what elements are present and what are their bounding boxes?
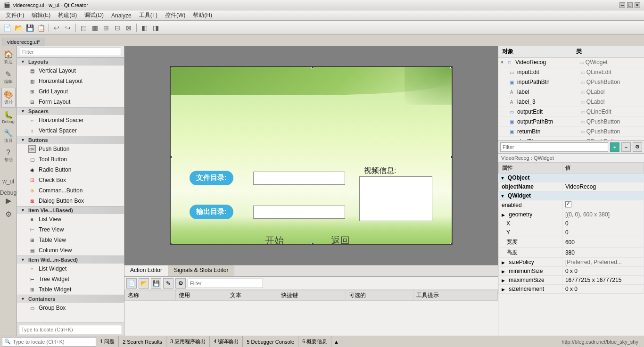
toolbar-undo[interactable]: ↩ [51, 23, 62, 33]
obj-row-returnbtn[interactable]: ▣ returnBtn ▭ QPushButton [498, 127, 644, 137]
expand-sizepolicy-icon[interactable]: ▶ [502, 260, 507, 265]
widget-horizontal-layout[interactable]: ▥ Horizontal Layout [17, 76, 124, 86]
toolbar-align2[interactable]: ◨ [150, 23, 161, 33]
toolbar-open[interactable]: 📂 [13, 23, 24, 33]
props-options-btn[interactable]: ⚙ [633, 142, 642, 152]
obj-row-label[interactable]: A label ▭ QLabel [498, 87, 644, 97]
collapse-layouts-icon[interactable]: ▼ [21, 59, 26, 64]
props-row-enabled[interactable]: enabled [499, 200, 644, 210]
props-filter-input[interactable] [500, 142, 608, 152]
menu-widgets[interactable]: 控件(W) [161, 10, 189, 20]
collapse-qwidget-icon[interactable]: ▼ [501, 194, 506, 198]
widget-check-box[interactable]: ☑ Check Box [17, 175, 124, 185]
menu-help[interactable]: 帮助(H) [189, 10, 216, 20]
props-row-sizeincrement[interactable]: ▶ sizeIncrement 0 x 0 [499, 285, 644, 294]
input-output-path[interactable] [253, 206, 345, 219]
mode-design[interactable]: 🎨 设计 [1, 88, 16, 107]
widget-tree-view[interactable]: ⊢ Tree View [17, 224, 124, 235]
toolbar-layout4[interactable]: ⊟ [112, 23, 123, 33]
menu-debug[interactable]: 调试(D) [81, 10, 107, 20]
obj-row-videorecog[interactable]: ▼ □ VideoRecog ▭ QWidget [498, 58, 644, 67]
props-row-minsize[interactable]: ▶ minimumSize 0 x 0 [499, 267, 644, 276]
widget-dialog-button-box[interactable]: ⊠ Dialog Button Box [17, 196, 124, 206]
toolbar-redo[interactable]: ↪ [63, 23, 73, 33]
collapse-item-widget-icon[interactable]: ▼ [21, 257, 26, 262]
start-button[interactable]: 开始 [265, 234, 284, 245]
mode-welcome[interactable]: 🏠 欢迎 [2, 48, 15, 67]
props-row-sizepolicy[interactable]: ▶ sizePolicy [Preferred, Preferred... [499, 258, 644, 267]
widget-group-box[interactable]: ▭ Group Box [17, 303, 124, 313]
collapse-spacers-icon[interactable]: ▼ [21, 109, 26, 114]
props-row-geometry[interactable]: ▶ geometry [(0, 0), 600 x 380] [499, 210, 644, 219]
locate-input[interactable] [19, 325, 122, 334]
canvas-area[interactable]: 文件目录: 输出目录: 视频信息: 开始 [124, 46, 498, 265]
props-add-btn[interactable]: + [610, 142, 619, 152]
status-search-box[interactable]: 🔍 [2, 337, 96, 347]
widget-table-widget[interactable]: ⊞ Table Widget [17, 284, 124, 295]
widget-column-view[interactable]: ▤ Column View [17, 245, 124, 256]
expand-sizeincrement-icon[interactable]: ▶ [502, 287, 507, 292]
menu-tools[interactable]: 工具(T) [135, 10, 161, 20]
expand-geometry-icon[interactable]: ▶ [502, 213, 507, 217]
mode-run[interactable]: ⚙ [3, 208, 14, 221]
obj-row-outputedit[interactable]: ▭ outputEdit ▭ QLineEdit [498, 107, 644, 117]
form-canvas[interactable]: 文件目录: 输出目录: 视频信息: 开始 [170, 66, 453, 245]
props-row-objectname[interactable]: objectName VideoRecog [499, 182, 644, 191]
status-search-results[interactable]: 2 Search Results [119, 336, 166, 347]
section-containers[interactable]: ▼ Containers [17, 295, 124, 303]
menu-analyze[interactable]: Analyze [107, 11, 135, 20]
action-save-btn[interactable]: 💾 [151, 278, 161, 289]
filter-input[interactable] [20, 48, 121, 56]
action-open-btn[interactable]: 📂 [139, 278, 149, 289]
props-row-y[interactable]: Y 0 [499, 228, 644, 237]
toolbar-align1[interactable]: ◧ [139, 23, 149, 33]
menu-edit[interactable]: 编辑(E) [28, 10, 54, 20]
obj-row-label3[interactable]: A label_3 ▭ QLabel [498, 97, 644, 107]
mode-help[interactable]: ? 帮助 [2, 147, 15, 165]
status-compile-output[interactable]: 4 编译输出 [210, 336, 243, 347]
minimize-button[interactable]: ─ [619, 2, 625, 8]
widget-tool-button[interactable]: ▢ Tool Button [17, 154, 124, 165]
status-search-input[interactable] [13, 339, 94, 345]
action-new-btn[interactable]: 📄 [126, 278, 137, 289]
toolbar-layout5[interactable]: ⊠ [124, 23, 134, 33]
action-delete-btn[interactable]: ✎ [163, 278, 173, 289]
props-remove-btn[interactable]: − [621, 142, 631, 152]
toolbar-layout3[interactable]: ⊞ [101, 23, 111, 33]
mode-project[interactable]: 🔧 项目 [2, 127, 15, 146]
widget-list-widget[interactable]: ≡ List Widget [17, 264, 124, 274]
widget-vert-spacer[interactable]: ↕ Vertical Spacer [17, 125, 124, 136]
obj-row-outputpathbtn[interactable]: ▣ outputPathBtn ▭ QPushButton [498, 117, 644, 127]
widget-vertical-layout[interactable]: ▤ Vertical Layout [17, 66, 124, 76]
widget-table-view[interactable]: ⊞ Table View [17, 235, 124, 245]
obj-row-inputpathbtn[interactable]: ▣ inputPathBtn ▭ QPushButton [498, 77, 644, 87]
toolbar-saveall[interactable]: 📋 [36, 23, 46, 33]
widget-horiz-spacer[interactable]: ↔ Horizontal Spacer [17, 115, 124, 125]
collapse-buttons-icon[interactable]: ▼ [21, 138, 26, 142]
section-item-widget[interactable]: ▼ Item Wid...m-Based) [17, 256, 124, 264]
status-summary[interactable]: 6 概要信息 [298, 336, 331, 347]
mode-debug[interactable]: 🐛 Debug [0, 108, 17, 126]
widget-form-layout[interactable]: ⊟ Form Layout [17, 97, 124, 107]
section-buttons[interactable]: ▼ Buttons [17, 136, 124, 144]
action-filter-input[interactable] [188, 279, 263, 288]
toolbar-new[interactable]: 📄 [2, 23, 12, 33]
toolbar-save[interactable]: 💾 [25, 23, 35, 33]
mode-wui[interactable]: w_ui [0, 176, 16, 187]
expand-maxsize-icon[interactable]: ▶ [502, 278, 507, 283]
return-button[interactable]: 返回 [331, 234, 350, 245]
file-tab[interactable]: videorecog.ui* [2, 38, 45, 46]
action-editor-tab[interactable]: Action Editor [124, 265, 168, 276]
action-edit-btn[interactable]: ⚙ [175, 278, 186, 289]
widget-grid-layout[interactable]: ⊞ Grid Layout [17, 86, 124, 97]
maximize-button[interactable]: □ [627, 2, 633, 8]
widget-tree-widget[interactable]: ⊢ Tree Widget [17, 274, 124, 284]
status-debugger-console[interactable]: 5 Debugger Console [243, 336, 298, 347]
enabled-checkbox[interactable] [565, 201, 571, 207]
section-item-view[interactable]: ▼ Item Vie...I-Based) [17, 206, 124, 214]
menu-build[interactable]: 构建(B) [54, 10, 81, 20]
status-app-output[interactable]: 3 应用程序输出 [166, 336, 210, 347]
props-row-height[interactable]: 高度 380 [499, 248, 644, 258]
signals-slots-tab[interactable]: Signals & Slots Editor [168, 265, 234, 276]
widget-radio-button[interactable]: ◉ Radio Button [17, 165, 124, 175]
